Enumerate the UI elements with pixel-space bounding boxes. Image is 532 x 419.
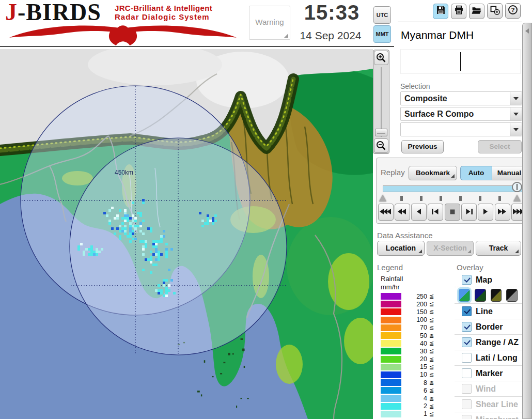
step-back-icon: [429, 208, 442, 217]
legend-color-swatch: [381, 371, 401, 378]
new-window-button[interactable]: [487, 3, 503, 19]
rewind-2x-button[interactable]: [395, 204, 410, 221]
header-divider: [398, 22, 522, 22]
selection-dropdown-1[interactable]: Composite: [400, 91, 522, 105]
dropdown-button[interactable]: [510, 92, 522, 105]
overlay-list: MapLineBorderRange / AZLati / LongMarker…: [455, 273, 522, 419]
legend-color-swatch: [381, 308, 401, 315]
legend-operator: ≦: [429, 364, 434, 370]
open-folder-button[interactable]: [469, 4, 484, 19]
zoom-slider-thumb[interactable]: [375, 129, 387, 136]
slider-tick: [420, 196, 423, 201]
line-checkbox[interactable]: [462, 306, 472, 316]
x-section-label: X-Section: [433, 244, 467, 252]
application-window: J-BIRDS JRC-Brilliant & Intelligent Rada…: [0, 0, 532, 419]
legend-value: 15: [401, 363, 427, 370]
open-folder-icon: [472, 5, 482, 17]
legend-value: 6: [401, 387, 427, 394]
step-back-button[interactable]: [428, 204, 443, 221]
overlay-label: Line: [476, 307, 493, 316]
legend-operator: ≦: [429, 332, 434, 339]
location-button[interactable]: Location: [377, 241, 425, 256]
overlay-row-lati-long: Lati / Long: [455, 350, 522, 365]
overlay-label: Range / AZ: [476, 338, 519, 347]
text-cursor: [460, 52, 461, 71]
replay-auto-button[interactable]: Auto: [460, 166, 492, 180]
help-button[interactable]: ?: [505, 3, 521, 19]
legend-value: 100: [401, 316, 427, 323]
save-button[interactable]: [433, 4, 448, 19]
zoom-slider-groove: [381, 67, 382, 137]
map-style-1[interactable]: [459, 289, 470, 302]
selection-dropdown-2[interactable]: Surface R Compo: [400, 107, 522, 121]
legend-color-swatch: [381, 356, 401, 363]
play-button[interactable]: [478, 204, 493, 221]
x-section-button[interactable]: X-Section: [427, 241, 474, 256]
step-forward-button[interactable]: [461, 204, 477, 221]
map-style-4[interactable]: [506, 289, 518, 302]
overlay-label: Map: [476, 275, 492, 285]
dropdown-button[interactable]: [510, 107, 522, 120]
legend-operator: ≦: [429, 387, 434, 394]
legend-value: 200: [401, 301, 427, 308]
panel-collapse-handle[interactable]: [522, 23, 532, 419]
dropdown-button[interactable]: [510, 123, 522, 136]
stop-button[interactable]: [445, 204, 460, 221]
location-label: Location: [386, 244, 416, 252]
legend-operator: ≦: [429, 356, 434, 363]
legend-unit-line2: mm/hr: [381, 283, 403, 291]
map-style-3[interactable]: [491, 289, 502, 302]
legend-operator: ≦: [429, 379, 434, 386]
replay-slider-track[interactable]: [383, 185, 523, 192]
border-checkbox[interactable]: [462, 322, 472, 332]
forward-2x-button[interactable]: [495, 204, 510, 221]
legend-row: 20≦: [381, 355, 434, 363]
data-assistance-label: Data Assistance: [377, 231, 433, 240]
select-button[interactable]: Select: [478, 140, 522, 153]
slider-end-marker[interactable]: [513, 195, 521, 201]
legend-color-swatch: [381, 324, 401, 331]
slider-start-marker[interactable]: [379, 195, 386, 201]
legend-operator: ≦: [429, 317, 434, 323]
warning-button[interactable]: Warning: [249, 6, 290, 40]
stop-icon: [446, 208, 459, 217]
legend-operator: ≦: [429, 340, 434, 347]
legend-operator: ≦: [429, 324, 434, 331]
play-reverse-button[interactable]: [411, 204, 427, 221]
legend-color-swatch: [381, 395, 401, 402]
range-az-checkbox[interactable]: [462, 337, 472, 347]
rewind-3x-icon: [379, 208, 393, 217]
bookmark-button[interactable]: Bookmark: [409, 166, 457, 180]
previous-button[interactable]: Previous: [401, 140, 444, 153]
replay-manual-button[interactable]: Manual: [492, 166, 527, 180]
station-input-box[interactable]: [400, 49, 521, 74]
lati-long-checkbox[interactable]: [462, 353, 472, 363]
zoom-out-button[interactable]: [374, 138, 388, 153]
map-style-2[interactable]: [475, 289, 486, 302]
selection-dropdown-3[interactable]: [400, 122, 522, 136]
map-checkbox[interactable]: [462, 275, 472, 285]
zoom-in-button[interactable]: [374, 51, 388, 65]
legend-value: 30: [401, 348, 427, 355]
print-button[interactable]: [451, 4, 466, 19]
legend-value: 10: [401, 371, 427, 378]
timezone-mmt-button[interactable]: MMT: [373, 25, 391, 43]
replay-slider-thumb[interactable]: [512, 182, 522, 192]
overlay-label: Marker: [476, 369, 503, 378]
radar-map[interactable]: 450km: [0, 49, 373, 419]
marker-checkbox[interactable]: [462, 368, 472, 378]
rewind-3x-button[interactable]: [378, 204, 394, 221]
microburst-checkbox: [462, 415, 472, 419]
corner-fold-icon: [284, 34, 288, 38]
timezone-utc-button[interactable]: UTC: [373, 6, 391, 24]
legend-row: 250≦: [381, 292, 434, 300]
selection-section-label: Selection: [400, 82, 430, 90]
legend-value: 2: [401, 402, 427, 410]
legend-value: 70: [401, 324, 427, 331]
map-zoom-control: [373, 50, 389, 154]
legend-row: 15≦: [381, 363, 434, 371]
track-button[interactable]: Track: [476, 241, 521, 256]
new-window-icon: [490, 5, 500, 17]
legend-operator: ≦: [429, 403, 434, 410]
overlay-row-map: Map: [455, 273, 522, 287]
